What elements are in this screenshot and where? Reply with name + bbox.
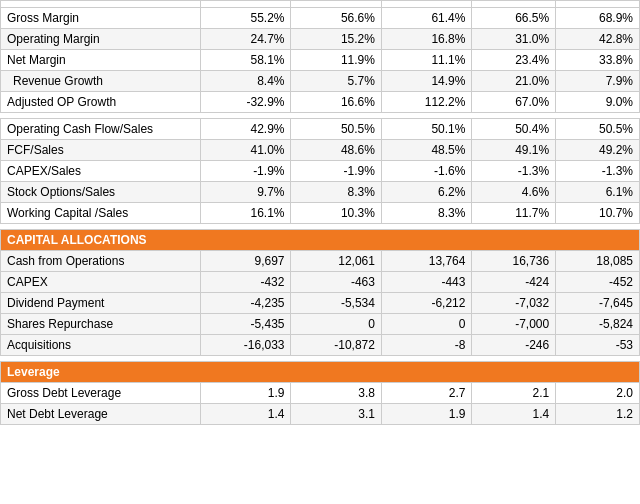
row-value: 0 — [381, 314, 471, 335]
row-value: 3.8 — [291, 383, 381, 404]
row-value: 1.9 — [381, 404, 471, 425]
row-value: 11.7% — [472, 203, 556, 224]
row-value: -424 — [472, 272, 556, 293]
row-value: 15.2% — [291, 29, 381, 50]
row-value: -4,235 — [201, 293, 291, 314]
table-row: CAPEX/Sales-1.9%-1.9%-1.6%-1.3%-1.3% — [1, 161, 640, 182]
row-value: 24.7% — [201, 29, 291, 50]
row-value: -32.9% — [201, 92, 291, 113]
row-value: 0 — [291, 314, 381, 335]
row-value: 11.9% — [291, 50, 381, 71]
table-row: CAPEX-432-463-443-424-452 — [1, 272, 640, 293]
row-value: 12,061 — [291, 251, 381, 272]
row-value: -8 — [381, 335, 471, 356]
row-label: Operating Cash Flow/Sales — [1, 119, 201, 140]
row-value: 14.9% — [381, 71, 471, 92]
row-value: 61.4% — [381, 8, 471, 29]
section-header-label: Leverage — [1, 362, 640, 383]
row-value: 9,697 — [201, 251, 291, 272]
row-label: FCF/Sales — [1, 140, 201, 161]
row-label: Adjusted OP Growth — [1, 92, 201, 113]
row-value: -16,033 — [201, 335, 291, 356]
table-row: Operating Margin24.7%15.2%16.8%31.0%42.8… — [1, 29, 640, 50]
row-value: 6.1% — [556, 182, 640, 203]
row-label: Acquisitions — [1, 335, 201, 356]
section-header-row: Leverage — [1, 362, 640, 383]
row-label: Net Margin — [1, 50, 201, 71]
row-value: 49.2% — [556, 140, 640, 161]
table-row: Stock Options/Sales9.7%8.3%6.2%4.6%6.1% — [1, 182, 640, 203]
row-value: 112.2% — [381, 92, 471, 113]
row-value: 50.1% — [381, 119, 471, 140]
row-value: 1.4 — [472, 404, 556, 425]
table-row: Cash from Operations9,69712,06113,76416,… — [1, 251, 640, 272]
section-header-label: CAPITAL ALLOCATIONS — [1, 230, 640, 251]
row-value: 23.4% — [472, 50, 556, 71]
row-value: 1.9 — [201, 383, 291, 404]
row-value: -7,645 — [556, 293, 640, 314]
row-value: 8.3% — [381, 203, 471, 224]
row-value: -1.9% — [291, 161, 381, 182]
row-value: 67.0% — [472, 92, 556, 113]
row-label: Dividend Payment — [1, 293, 201, 314]
row-value: -5,534 — [291, 293, 381, 314]
table-row: Net Margin58.1%11.9%11.1%23.4%33.8% — [1, 50, 640, 71]
table-row: Net Debt Leverage1.43.11.91.41.2 — [1, 404, 640, 425]
row-value: -1.3% — [472, 161, 556, 182]
row-value: -6,212 — [381, 293, 471, 314]
row-value: 1.4 — [201, 404, 291, 425]
row-label: Gross Debt Leverage — [1, 383, 201, 404]
row-label: Gross Margin — [1, 8, 201, 29]
row-value: -7,032 — [472, 293, 556, 314]
row-label: CAPEX/Sales — [1, 161, 201, 182]
row-value: 50.5% — [556, 119, 640, 140]
row-value: -452 — [556, 272, 640, 293]
table-row: Shares Repurchase-5,43500-7,000-5,824 — [1, 314, 640, 335]
row-value: 2.1 — [472, 383, 556, 404]
row-value: -1.6% — [381, 161, 471, 182]
row-label: Stock Options/Sales — [1, 182, 201, 203]
row-value: 58.1% — [201, 50, 291, 71]
row-value: 11.1% — [381, 50, 471, 71]
row-value: 2.0 — [556, 383, 640, 404]
row-value: 48.5% — [381, 140, 471, 161]
row-value: 50.4% — [472, 119, 556, 140]
row-value: -432 — [201, 272, 291, 293]
row-value: 49.1% — [472, 140, 556, 161]
header-2023 — [556, 1, 640, 8]
row-label: Revenue Growth — [1, 71, 201, 92]
row-label: Working Capital /Sales — [1, 203, 201, 224]
row-value: -5,824 — [556, 314, 640, 335]
row-value: -463 — [291, 272, 381, 293]
row-value: 31.0% — [472, 29, 556, 50]
row-value: 10.7% — [556, 203, 640, 224]
row-value: 7.9% — [556, 71, 640, 92]
table-row: Gross Margin55.2%56.6%61.4%66.5%68.9% — [1, 8, 640, 29]
row-value: 9.7% — [201, 182, 291, 203]
row-label: Net Debt Leverage — [1, 404, 201, 425]
row-value: 55.2% — [201, 8, 291, 29]
row-value: -5,435 — [201, 314, 291, 335]
row-value: 68.9% — [556, 8, 640, 29]
table-row: Dividend Payment-4,235-5,534-6,212-7,032… — [1, 293, 640, 314]
row-value: 13,764 — [381, 251, 471, 272]
row-value: 8.4% — [201, 71, 291, 92]
row-value: 3.1 — [291, 404, 381, 425]
row-value: 5.7% — [291, 71, 381, 92]
row-value: -53 — [556, 335, 640, 356]
table-row: FCF/Sales41.0%48.6%48.5%49.1%49.2% — [1, 140, 640, 161]
row-value: -246 — [472, 335, 556, 356]
row-label: Cash from Operations — [1, 251, 201, 272]
table-row: Acquisitions-16,033-10,872-8-246-53 — [1, 335, 640, 356]
header-2019 — [201, 1, 291, 8]
row-label: Operating Margin — [1, 29, 201, 50]
row-value: -1.3% — [556, 161, 640, 182]
row-value: 42.9% — [201, 119, 291, 140]
row-value: 10.3% — [291, 203, 381, 224]
row-value: 41.0% — [201, 140, 291, 161]
row-value: 66.5% — [472, 8, 556, 29]
financial-table: Gross Margin55.2%56.6%61.4%66.5%68.9%Ope… — [0, 0, 640, 425]
row-value: -1.9% — [201, 161, 291, 182]
header-row — [1, 1, 640, 8]
row-value: 9.0% — [556, 92, 640, 113]
